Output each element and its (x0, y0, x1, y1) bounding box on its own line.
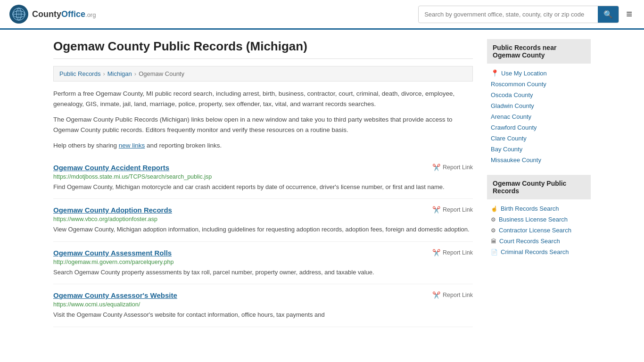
sidebar-records-section: Ogemaw County Public Records ☝ Birth Rec… (487, 175, 591, 257)
report-label-0: Report Link (443, 164, 473, 171)
gear2-icon: ⚙ (491, 216, 496, 223)
search-button[interactable]: 🔍 (598, 6, 619, 23)
breadcrumb-current: Ogemaw County (139, 70, 184, 77)
logo[interactable]: CountyOffice.org (9, 5, 96, 24)
record-header-2: Ogemaw County Assessment Rolls ✂️ Report… (53, 249, 473, 257)
sidebar: Public Records near Ogemaw County 📍 Use … (487, 39, 591, 327)
breadcrumb-michigan[interactable]: Michigan (107, 70, 132, 77)
sidebar-clare[interactable]: Clare County (487, 133, 591, 144)
logo-icon (9, 5, 28, 24)
sidebar-oscoda[interactable]: Oscoda County (487, 90, 591, 100)
header-right: 🔍 ≡ (418, 6, 635, 23)
doc-icon: 📄 (491, 249, 498, 255)
record-title-2[interactable]: Ogemaw County Assessment Rolls (53, 249, 172, 257)
roscommon-link[interactable]: Roscommon County (491, 81, 546, 88)
record-desc-3: Visit the Ogemaw County Assessor's websi… (53, 310, 473, 320)
sidebar-birth-records[interactable]: ☝ Birth Records Search (487, 203, 591, 214)
birth-records-link[interactable]: Birth Records Search (501, 205, 559, 212)
sidebar-records-header: Ogemaw County Public Records (487, 175, 591, 199)
intro3-prefix: Help others by sharing (53, 142, 119, 149)
sidebar-arenac[interactable]: Arenac County (487, 111, 591, 122)
sidebar-business-license[interactable]: ⚙ Business License Search (487, 214, 591, 225)
report-link-1[interactable]: ✂️ Report Link (432, 206, 473, 214)
record-header-1: Ogemaw County Adoption Records ✂️ Report… (53, 206, 473, 214)
sidebar-contractor-license[interactable]: ⚙ Contractor License Search (487, 225, 591, 236)
search-input[interactable] (419, 7, 598, 22)
search-bar: 🔍 (418, 6, 619, 23)
record-header-0: Ogemaw County Accident Reports ✂️ Report… (53, 164, 473, 172)
record-url-0: https://mdotjboss.state.mi.us/TCPS/searc… (53, 173, 473, 180)
sidebar-nearby-section: Public Records near Ogemaw County 📍 Use … (487, 39, 591, 165)
intro-paragraph-1: Perform a free Ogemaw County, MI public … (53, 89, 473, 109)
record-url-2: http://ogemaw.mi.govern.com/parcelquery.… (53, 259, 473, 265)
building-icon: 🏛 (491, 238, 496, 245)
record-title-3[interactable]: Ogemaw County Assessor's Website (53, 291, 177, 299)
record-desc-1: View Ogemaw County, Michigan adoption in… (53, 225, 473, 234)
pin-icon: 📍 (491, 69, 499, 77)
record-url-1: https://www.vbco.org/adoptionfoster.asp (53, 216, 473, 222)
report-label-3: Report Link (443, 292, 473, 298)
gear-icon: ⚙ (491, 227, 496, 234)
record-title-0[interactable]: Ogemaw County Accident Reports (53, 164, 169, 172)
report-icon-3: ✂️ (432, 291, 440, 299)
report-icon-2: ✂️ (432, 249, 440, 256)
record-url-3: https://www.ocmi.us/equalization/ (53, 301, 473, 308)
content-area: Ogemaw County Public Records (Michigan) … (53, 39, 473, 327)
sidebar-nearby-header: Public Records near Ogemaw County (487, 39, 591, 64)
report-label-2: Report Link (443, 249, 473, 256)
breadcrumb-sep-2: › (134, 70, 136, 77)
crawford-link[interactable]: Crawford County (491, 124, 537, 131)
sidebar-court-records[interactable]: 🏛 Court Records Search (487, 236, 591, 247)
main-container: Ogemaw County Public Records (Michigan) … (39, 30, 605, 337)
breadcrumb-sep-1: › (103, 70, 105, 77)
new-links-link[interactable]: new links (119, 142, 145, 149)
gladwin-link[interactable]: Gladwin County (491, 102, 534, 109)
report-label-1: Report Link (443, 206, 473, 213)
clare-link[interactable]: Clare County (491, 135, 527, 142)
breadcrumb: Public Records › Michigan › Ogemaw Count… (53, 66, 473, 82)
sidebar-missaukee[interactable]: Missaukee County (487, 155, 591, 165)
page-title: Ogemaw County Public Records (Michigan) (53, 39, 473, 59)
court-records-link[interactable]: Court Records Search (499, 238, 560, 245)
breadcrumb-public-records[interactable]: Public Records (59, 70, 100, 77)
site-header: CountyOffice.org 🔍 ≡ (0, 0, 644, 30)
report-link-3[interactable]: ✂️ Report Link (432, 291, 473, 299)
record-desc-2: Search Ogemaw County property assessment… (53, 268, 473, 277)
report-link-2[interactable]: ✂️ Report Link (432, 249, 473, 256)
record-header-3: Ogemaw County Assessor's Website ✂️ Repo… (53, 291, 473, 299)
record-entry-3: Ogemaw County Assessor's Website ✂️ Repo… (53, 284, 473, 327)
record-entry-0: Ogemaw County Accident Reports ✂️ Report… (53, 156, 473, 199)
sidebar-bay[interactable]: Bay County (487, 144, 591, 155)
report-link-0[interactable]: ✂️ Report Link (432, 164, 473, 171)
intro3-suffix: and reporting broken links. (145, 142, 222, 149)
missaukee-link[interactable]: Missaukee County (491, 156, 541, 164)
record-desc-0: Find Ogemaw County, Michigan motorcycle … (53, 182, 473, 192)
report-icon-0: ✂️ (432, 164, 440, 171)
record-entry-1: Ogemaw County Adoption Records ✂️ Report… (53, 199, 473, 242)
fingerprint-icon: ☝ (491, 206, 498, 212)
bay-link[interactable]: Bay County (491, 146, 522, 153)
use-location[interactable]: 📍 Use My Location (487, 67, 591, 79)
oscoda-link[interactable]: Oscoda County (491, 91, 533, 99)
sidebar-criminal-records[interactable]: 📄 Criminal Records Search (487, 247, 591, 257)
intro-paragraph-2: The Ogemaw County Public Records (Michig… (53, 115, 473, 135)
use-location-link[interactable]: Use My Location (501, 70, 547, 77)
logo-text: CountyOffice.org (32, 9, 96, 19)
sidebar-roscommon[interactable]: Roscommon County (487, 79, 591, 90)
menu-icon[interactable]: ≡ (624, 6, 635, 23)
report-icon-1: ✂️ (432, 206, 440, 214)
criminal-records-link[interactable]: Criminal Records Search (501, 248, 569, 255)
record-entry-2: Ogemaw County Assessment Rolls ✂️ Report… (53, 242, 473, 285)
intro-paragraph-3: Help others by sharing new links and rep… (53, 140, 473, 151)
sidebar-gladwin[interactable]: Gladwin County (487, 100, 591, 111)
record-title-1[interactable]: Ogemaw County Adoption Records (53, 206, 172, 214)
arenac-link[interactable]: Arenac County (491, 113, 531, 120)
contractor-license-link[interactable]: Contractor License Search (499, 227, 571, 234)
business-license-link[interactable]: Business License Search (499, 216, 568, 223)
sidebar-crawford[interactable]: Crawford County (487, 122, 591, 133)
records-list: Ogemaw County Accident Reports ✂️ Report… (53, 156, 473, 327)
